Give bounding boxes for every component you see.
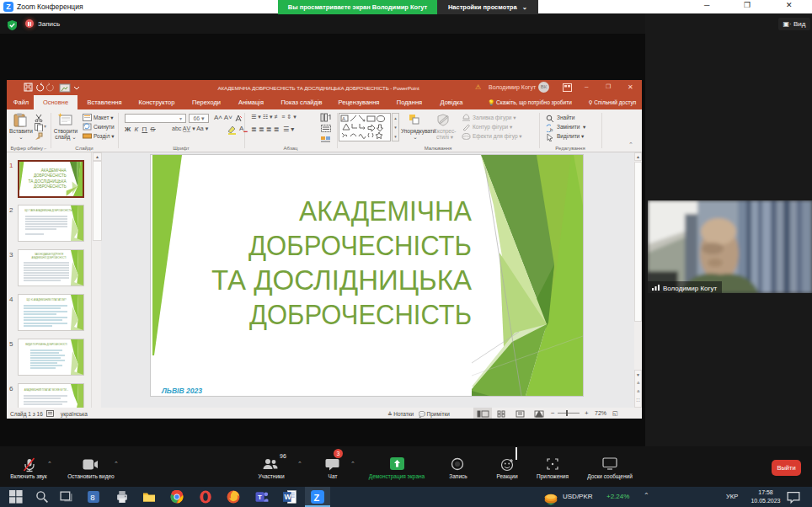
svg-text:b: b [550,127,553,132]
svg-text:W: W [284,493,291,501]
svg-text:ДОБРОЧЕСНІСТЬ: ДОБРОЧЕСНІСТЬ [34,173,67,178]
svg-text:АКАДЕМІЧНА: АКАДЕМІЧНА [41,168,67,173]
svg-text:АКАДЕМІЧНОЇ ДОБРОЧЕСНОСТІ: АКАДЕМІЧНОЇ ДОБРОЧЕСНОСТІ [32,256,67,259]
svg-text:АКАДЕМІЧНИЙ ПЛАГІАТ МОЖЕ БУТИ.: АКАДЕМІЧНИЙ ПЛАГІАТ МОЖЕ БУТИ... [24,388,69,392]
svg-text:ТА ДОСЛІДНИЦЬКА: ТА ДОСЛІДНИЦЬКА [29,179,67,184]
svg-text:ВИДИ ПОРУШЕНЬ ДОБРОЧЕСНОСТІ: ВИДИ ПОРУШЕНЬ ДОБРОЧЕСНОСТІ [25,343,67,346]
svg-text:ДОБРОЧЕСНІСТЬ: ДОБРОЧЕСНІСТЬ [248,229,472,261]
svg-text:ЩО ТАКЕ АКАДЕМІЧНА ДОБРОЧЕСНІС: ЩО ТАКЕ АКАДЕМІЧНА ДОБРОЧЕСНІСТЬ? [24,209,73,212]
svg-text:A: A [342,116,345,121]
svg-text:8: 8 [90,493,94,502]
svg-text:Володимир Когут: Володимир Когут [663,285,717,292]
svg-text:ЩО Є АКАДЕМІЧНИМ ПЛАГІАТОМ?: ЩО Є АКАДЕМІЧНИМ ПЛАГІАТОМ? [27,298,67,302]
svg-text:Z: Z [314,493,320,503]
svg-text:ТА ДОСЛІДНИЦЬКА: ТА ДОСЛІДНИЦЬКА [211,264,472,296]
svg-text:ДОБРОЧЕСНІСТЬ: ДОБРОЧЕСНІСТЬ [249,298,472,330]
svg-text:АКАДЕМІЧНА: АКАДЕМІЧНА [299,195,472,227]
svg-text:ДОБРОЧЕСНІСТЬ: ДОБРОЧЕСНІСТЬ [34,184,67,189]
svg-text:ЛЬВІВ 2023: ЛЬВІВ 2023 [161,386,203,395]
svg-text:T: T [258,494,262,501]
